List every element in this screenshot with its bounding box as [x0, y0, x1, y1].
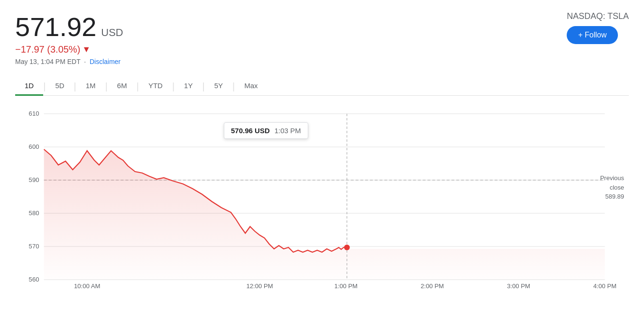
price-change-value: −17.97 (3.05%): [15, 44, 80, 55]
down-arrow-icon: ▼: [82, 45, 91, 55]
tab-1m[interactable]: 1M: [76, 77, 105, 96]
svg-text:590: 590: [29, 176, 39, 183]
svg-text:12:00 PM: 12:00 PM: [246, 282, 273, 289]
stock-chart[interactable]: 610 600 590 580 570 560 10:00 AM 12:00 P…: [15, 100, 629, 289]
svg-text:560: 560: [29, 276, 39, 283]
tab-1y[interactable]: 1Y: [175, 77, 202, 96]
chart-svg: 610 600 590 580 570 560 10:00 AM 12:00 P…: [15, 100, 629, 289]
svg-text:580: 580: [29, 210, 39, 217]
currency-label: USD: [101, 27, 123, 39]
tab-5d[interactable]: 5D: [46, 77, 74, 96]
prev-close-label: Previousclose 589.89: [600, 173, 624, 201]
tab-ytd[interactable]: YTD: [139, 77, 172, 96]
svg-text:600: 600: [29, 143, 39, 150]
tab-5y[interactable]: 5Y: [205, 77, 232, 96]
svg-text:1:00 PM: 1:00 PM: [334, 282, 358, 289]
svg-text:4:00 PM: 4:00 PM: [593, 282, 616, 289]
svg-text:570: 570: [29, 243, 39, 250]
svg-text:10:00 AM: 10:00 AM: [74, 282, 101, 289]
ticker-label: NASDAQ: TSLA: [567, 11, 629, 21]
svg-text:2:00 PM: 2:00 PM: [421, 282, 444, 289]
stock-price: 571.92: [15, 11, 96, 42]
tab-max[interactable]: Max: [235, 77, 267, 96]
svg-point-20: [344, 245, 350, 250]
price-date: May 13, 1:04 PM EDT: [15, 58, 80, 65]
time-range-tabs: 1D | 5D | 1M | 6M | YTD | 1Y | 5Y | Max: [15, 77, 629, 96]
svg-text:610: 610: [29, 110, 39, 117]
tab-6m[interactable]: 6M: [108, 77, 137, 96]
disclaimer-link[interactable]: Disclaimer: [90, 58, 120, 65]
tab-1d[interactable]: 1D: [15, 77, 43, 96]
follow-button[interactable]: + Follow: [567, 26, 618, 44]
svg-text:3:00 PM: 3:00 PM: [507, 282, 530, 289]
follow-button-label: + Follow: [578, 31, 607, 39]
prev-close-value: 589.89: [605, 193, 624, 200]
